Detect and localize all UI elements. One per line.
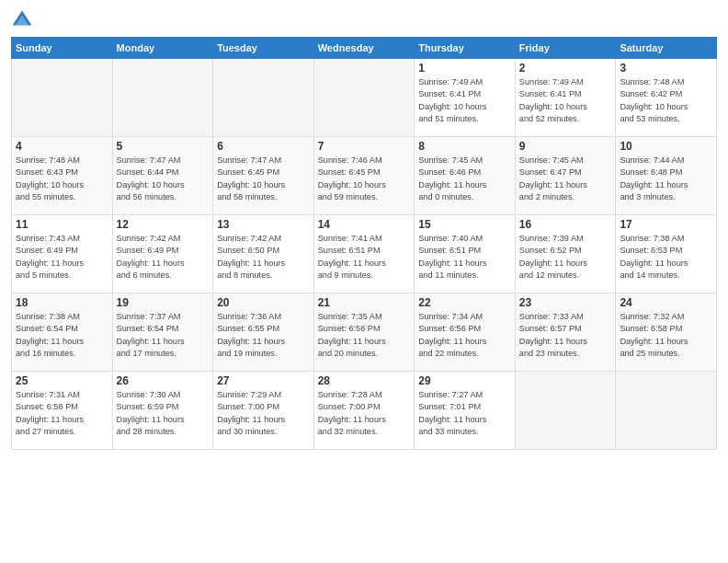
- day-cell: 29Sunrise: 7:27 AM Sunset: 7:01 PM Dayli…: [415, 372, 516, 450]
- day-number: 12: [117, 218, 210, 231]
- week-row-5: 25Sunrise: 7:31 AM Sunset: 6:58 PM Dayli…: [12, 372, 717, 450]
- day-info: Sunrise: 7:34 AM Sunset: 6:56 PM Dayligh…: [418, 311, 511, 360]
- day-cell: 22Sunrise: 7:34 AM Sunset: 6:56 PM Dayli…: [415, 293, 516, 372]
- day-cell: 7Sunrise: 7:46 AM Sunset: 6:45 PM Daylig…: [313, 137, 415, 215]
- calendar-body: 1Sunrise: 7:49 AM Sunset: 6:41 PM Daylig…: [12, 59, 717, 450]
- day-number: 25: [16, 374, 108, 387]
- day-info: Sunrise: 7:42 AM Sunset: 6:49 PM Dayligh…: [117, 233, 210, 282]
- day-cell: 17Sunrise: 7:38 AM Sunset: 6:53 PM Dayli…: [616, 215, 717, 293]
- day-cell: 20Sunrise: 7:36 AM Sunset: 6:55 PM Dayli…: [213, 293, 314, 372]
- day-number: 29: [418, 374, 511, 387]
- day-cell: 24Sunrise: 7:32 AM Sunset: 6:58 PM Dayli…: [616, 293, 717, 372]
- day-number: 1: [418, 62, 511, 75]
- day-info: Sunrise: 7:27 AM Sunset: 7:01 PM Dayligh…: [418, 389, 511, 438]
- calendar-container: SundayMondayTuesdayWednesdayThursdayFrid…: [0, 0, 728, 459]
- day-info: Sunrise: 7:39 AM Sunset: 6:52 PM Dayligh…: [519, 233, 612, 282]
- day-cell: [112, 59, 213, 137]
- day-cell: 4Sunrise: 7:48 AM Sunset: 6:43 PM Daylig…: [12, 137, 113, 215]
- day-cell: 14Sunrise: 7:41 AM Sunset: 6:51 PM Dayli…: [313, 215, 415, 293]
- day-cell: 12Sunrise: 7:42 AM Sunset: 6:49 PM Dayli…: [112, 215, 213, 293]
- day-info: Sunrise: 7:37 AM Sunset: 6:54 PM Dayligh…: [117, 311, 210, 360]
- day-number: 18: [16, 296, 108, 309]
- day-cell: 16Sunrise: 7:39 AM Sunset: 6:52 PM Dayli…: [515, 215, 616, 293]
- day-number: 7: [318, 140, 411, 153]
- day-cell: 15Sunrise: 7:40 AM Sunset: 6:51 PM Dayli…: [415, 215, 516, 293]
- day-info: Sunrise: 7:38 AM Sunset: 6:53 PM Dayligh…: [620, 233, 712, 282]
- week-row-2: 4Sunrise: 7:48 AM Sunset: 6:43 PM Daylig…: [12, 137, 717, 215]
- day-info: Sunrise: 7:47 AM Sunset: 6:45 PM Dayligh…: [217, 155, 310, 203]
- header-cell-wednesday: Wednesday: [313, 38, 415, 59]
- day-number: 26: [117, 374, 210, 387]
- day-cell: 2Sunrise: 7:49 AM Sunset: 6:41 PM Daylig…: [515, 59, 616, 137]
- day-number: 11: [16, 218, 108, 231]
- day-cell: 25Sunrise: 7:31 AM Sunset: 6:58 PM Dayli…: [12, 372, 113, 450]
- day-number: 2: [519, 62, 612, 75]
- day-cell: 18Sunrise: 7:38 AM Sunset: 6:54 PM Dayli…: [12, 293, 113, 372]
- day-info: Sunrise: 7:43 AM Sunset: 6:49 PM Dayligh…: [16, 233, 108, 282]
- day-info: Sunrise: 7:31 AM Sunset: 6:58 PM Dayligh…: [16, 389, 108, 438]
- day-cell: 6Sunrise: 7:47 AM Sunset: 6:45 PM Daylig…: [213, 137, 314, 215]
- header-cell-saturday: Saturday: [616, 38, 717, 59]
- header-cell-sunday: Sunday: [12, 38, 113, 59]
- day-info: Sunrise: 7:47 AM Sunset: 6:44 PM Dayligh…: [117, 155, 210, 203]
- day-info: Sunrise: 7:35 AM Sunset: 6:56 PM Dayligh…: [318, 311, 411, 360]
- logo-icon: [11, 9, 33, 31]
- day-number: 27: [217, 374, 310, 387]
- day-info: Sunrise: 7:48 AM Sunset: 6:43 PM Dayligh…: [16, 155, 108, 203]
- day-cell: 1Sunrise: 7:49 AM Sunset: 6:41 PM Daylig…: [415, 59, 516, 137]
- day-info: Sunrise: 7:42 AM Sunset: 6:50 PM Dayligh…: [217, 233, 310, 282]
- day-cell: [213, 59, 314, 137]
- day-number: 19: [117, 296, 210, 309]
- day-number: 13: [217, 218, 310, 231]
- day-info: Sunrise: 7:49 AM Sunset: 6:41 PM Dayligh…: [519, 76, 612, 125]
- day-cell: [12, 59, 113, 137]
- day-info: Sunrise: 7:33 AM Sunset: 6:57 PM Dayligh…: [519, 311, 612, 360]
- day-cell: 21Sunrise: 7:35 AM Sunset: 6:56 PM Dayli…: [313, 293, 415, 372]
- day-number: 8: [418, 140, 511, 153]
- day-number: 10: [620, 140, 712, 153]
- day-cell: 13Sunrise: 7:42 AM Sunset: 6:50 PM Dayli…: [213, 215, 314, 293]
- day-number: 28: [318, 374, 411, 387]
- day-cell: 10Sunrise: 7:44 AM Sunset: 6:48 PM Dayli…: [616, 137, 717, 215]
- day-number: 16: [519, 218, 612, 231]
- day-number: 3: [620, 62, 712, 75]
- day-info: Sunrise: 7:29 AM Sunset: 7:00 PM Dayligh…: [217, 389, 310, 438]
- day-info: Sunrise: 7:38 AM Sunset: 6:54 PM Dayligh…: [16, 311, 108, 360]
- day-cell: 11Sunrise: 7:43 AM Sunset: 6:49 PM Dayli…: [12, 215, 113, 293]
- day-number: 23: [519, 296, 612, 309]
- day-number: 22: [418, 296, 511, 309]
- day-info: Sunrise: 7:45 AM Sunset: 6:46 PM Dayligh…: [418, 155, 511, 203]
- day-cell: 8Sunrise: 7:45 AM Sunset: 6:46 PM Daylig…: [415, 137, 516, 215]
- day-cell: 19Sunrise: 7:37 AM Sunset: 6:54 PM Dayli…: [112, 293, 213, 372]
- day-cell: 26Sunrise: 7:30 AM Sunset: 6:59 PM Dayli…: [112, 372, 213, 450]
- day-number: 15: [418, 218, 511, 231]
- week-row-3: 11Sunrise: 7:43 AM Sunset: 6:49 PM Dayli…: [12, 215, 717, 293]
- header-cell-monday: Monday: [112, 38, 213, 59]
- day-info: Sunrise: 7:48 AM Sunset: 6:42 PM Dayligh…: [620, 76, 712, 125]
- day-info: Sunrise: 7:32 AM Sunset: 6:58 PM Dayligh…: [620, 311, 712, 360]
- day-info: Sunrise: 7:44 AM Sunset: 6:48 PM Dayligh…: [620, 155, 712, 203]
- calendar-header: SundayMondayTuesdayWednesdayThursdayFrid…: [12, 38, 717, 59]
- day-cell: 3Sunrise: 7:48 AM Sunset: 6:42 PM Daylig…: [616, 59, 717, 137]
- header-row: SundayMondayTuesdayWednesdayThursdayFrid…: [12, 38, 717, 59]
- day-number: 17: [620, 218, 712, 231]
- day-number: 9: [519, 140, 612, 153]
- day-info: Sunrise: 7:49 AM Sunset: 6:41 PM Dayligh…: [418, 76, 511, 125]
- day-info: Sunrise: 7:46 AM Sunset: 6:45 PM Dayligh…: [318, 155, 411, 203]
- day-info: Sunrise: 7:28 AM Sunset: 7:00 PM Dayligh…: [318, 389, 411, 438]
- day-info: Sunrise: 7:36 AM Sunset: 6:55 PM Dayligh…: [217, 311, 310, 360]
- day-cell: [616, 372, 717, 450]
- day-number: 5: [117, 140, 210, 153]
- day-number: 4: [16, 140, 108, 153]
- header: [11, 9, 717, 31]
- logo: [11, 9, 37, 31]
- header-cell-friday: Friday: [515, 38, 616, 59]
- day-info: Sunrise: 7:40 AM Sunset: 6:51 PM Dayligh…: [418, 233, 511, 282]
- header-cell-tuesday: Tuesday: [213, 38, 314, 59]
- day-info: Sunrise: 7:45 AM Sunset: 6:47 PM Dayligh…: [519, 155, 612, 203]
- day-cell: 5Sunrise: 7:47 AM Sunset: 6:44 PM Daylig…: [112, 137, 213, 215]
- day-number: 21: [318, 296, 411, 309]
- day-cell: 28Sunrise: 7:28 AM Sunset: 7:00 PM Dayli…: [313, 372, 415, 450]
- day-cell: 9Sunrise: 7:45 AM Sunset: 6:47 PM Daylig…: [515, 137, 616, 215]
- day-number: 6: [217, 140, 310, 153]
